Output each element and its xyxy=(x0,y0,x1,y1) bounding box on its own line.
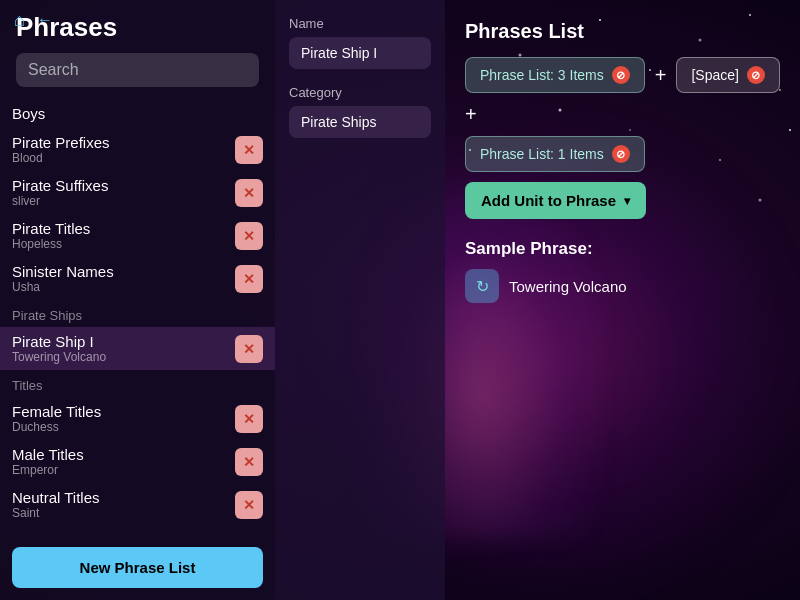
delete-button[interactable]: ✕ xyxy=(235,136,263,164)
delete-button[interactable]: ✕ xyxy=(235,448,263,476)
phrase-pill-1[interactable]: Phrase List: 3 Items ⊘ xyxy=(465,57,645,93)
delete-button[interactable]: ✕ xyxy=(235,491,263,519)
no-icon-2: ⊘ xyxy=(612,145,630,163)
delete-button[interactable]: ✕ xyxy=(235,179,263,207)
refresh-button[interactable]: ↻ xyxy=(465,269,499,303)
list-item[interactable]: Boys xyxy=(0,99,275,128)
phrase-pill-2-text: Phrase List: 1 Items xyxy=(480,146,604,162)
delete-button[interactable]: ✕ xyxy=(235,222,263,250)
middle-panel: Name Pirate Ship I Category Pirate Ships xyxy=(275,0,445,600)
phrase-row-1: Phrase List: 3 Items ⊘ + [Space] ⊘ + xyxy=(465,57,780,126)
delete-button[interactable]: ✕ xyxy=(235,405,263,433)
sample-section: Sample Phrase: ↻ Towering Volcano xyxy=(465,239,780,303)
list-item-pirate-ship-1[interactable]: Pirate Ship I Towering Volcano ✕ xyxy=(0,327,275,370)
section-label-pirate-ships: Pirate Ships xyxy=(0,300,275,327)
chevron-down-icon: ▾ xyxy=(624,194,630,208)
new-phrase-button[interactable]: New Phrase List xyxy=(12,547,263,588)
list-item[interactable]: Neutral Titles Saint ✕ xyxy=(0,483,275,526)
phrase-pill-1-text: Phrase List: 3 Items xyxy=(480,67,604,83)
search-input[interactable] xyxy=(16,53,259,87)
sample-row: ↻ Towering Volcano xyxy=(465,269,780,303)
plus-sign-1: + xyxy=(655,64,667,87)
sample-title: Sample Phrase: xyxy=(465,239,780,259)
name-value: Pirate Ship I xyxy=(289,37,431,69)
no-icon-1: ⊘ xyxy=(612,66,630,84)
list-item[interactable]: Pirate Titles Hopeless ✕ xyxy=(0,214,275,257)
list-item[interactable]: Sinister Names Usha ✕ xyxy=(0,257,275,300)
top-bar: ⌂ ← xyxy=(0,0,800,40)
delete-button[interactable]: ✕ xyxy=(235,335,263,363)
list-item[interactable]: Pirate Suffixes sliver ✕ xyxy=(0,171,275,214)
delete-button[interactable]: ✕ xyxy=(235,265,263,293)
add-unit-button[interactable]: Add Unit to Phrase ▾ xyxy=(465,182,646,219)
list-item[interactable]: Male Titles Emperor ✕ xyxy=(0,440,275,483)
phrase-pill-space-text: [Space] xyxy=(691,67,738,83)
home-icon[interactable]: ⌂ xyxy=(14,10,25,31)
right-panel: Phrases List Phrase List: 3 Items ⊘ + [S… xyxy=(445,0,800,600)
no-icon-space: ⊘ xyxy=(747,66,765,84)
section-label-titles: Titles xyxy=(0,370,275,397)
sidebar: Phrases Boys Pirate Prefixes Blood ✕ Pir… xyxy=(0,0,275,600)
category-value: Pirate Ships xyxy=(289,106,431,138)
plus-sign-2: + xyxy=(465,103,477,126)
list-item[interactable]: Female Titles Duchess ✕ xyxy=(0,397,275,440)
add-unit-label: Add Unit to Phrase xyxy=(481,192,616,209)
sample-text: Towering Volcano xyxy=(509,278,627,295)
sidebar-list: Boys Pirate Prefixes Blood ✕ Pirate Suff… xyxy=(0,95,275,539)
phrase-row-2: Phrase List: 1 Items ⊘ xyxy=(465,136,780,172)
list-item[interactable]: Pirate Prefixes Blood ✕ xyxy=(0,128,275,171)
back-icon[interactable]: ← xyxy=(37,11,53,29)
phrase-pill-space[interactable]: [Space] ⊘ xyxy=(676,57,779,93)
phrase-pill-2[interactable]: Phrase List: 1 Items ⊘ xyxy=(465,136,645,172)
refresh-icon: ↻ xyxy=(476,277,489,296)
category-label: Category xyxy=(289,85,431,100)
